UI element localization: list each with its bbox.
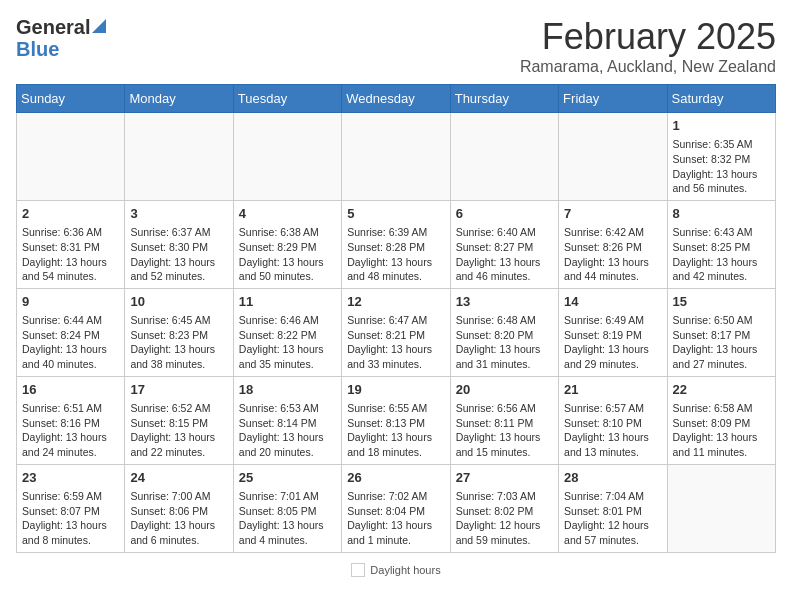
calendar-cell: 13Sunrise: 6:48 AM Sunset: 8:20 PM Dayli…	[450, 288, 558, 376]
day-number: 19	[347, 381, 444, 399]
day-number: 2	[22, 205, 119, 223]
calendar-cell: 5Sunrise: 6:39 AM Sunset: 8:28 PM Daylig…	[342, 200, 450, 288]
calendar-cell: 14Sunrise: 6:49 AM Sunset: 8:19 PM Dayli…	[559, 288, 667, 376]
day-number: 11	[239, 293, 336, 311]
day-number: 10	[130, 293, 227, 311]
day-number: 21	[564, 381, 661, 399]
day-info: Sunrise: 6:43 AM Sunset: 8:25 PM Dayligh…	[673, 225, 770, 284]
day-info: Sunrise: 6:39 AM Sunset: 8:28 PM Dayligh…	[347, 225, 444, 284]
day-info: Sunrise: 6:48 AM Sunset: 8:20 PM Dayligh…	[456, 313, 553, 372]
day-info: Sunrise: 6:35 AM Sunset: 8:32 PM Dayligh…	[673, 137, 770, 196]
day-info: Sunrise: 7:02 AM Sunset: 8:04 PM Dayligh…	[347, 489, 444, 548]
calendar-cell: 21Sunrise: 6:57 AM Sunset: 8:10 PM Dayli…	[559, 376, 667, 464]
day-number: 1	[673, 117, 770, 135]
day-number: 28	[564, 469, 661, 487]
day-number: 26	[347, 469, 444, 487]
day-info: Sunrise: 7:00 AM Sunset: 8:06 PM Dayligh…	[130, 489, 227, 548]
day-info: Sunrise: 6:56 AM Sunset: 8:11 PM Dayligh…	[456, 401, 553, 460]
day-info: Sunrise: 6:50 AM Sunset: 8:17 PM Dayligh…	[673, 313, 770, 372]
day-number: 16	[22, 381, 119, 399]
calendar-cell	[125, 113, 233, 201]
daylight-legend: Daylight hours	[351, 563, 440, 577]
day-info: Sunrise: 6:55 AM Sunset: 8:13 PM Dayligh…	[347, 401, 444, 460]
calendar-cell: 24Sunrise: 7:00 AM Sunset: 8:06 PM Dayli…	[125, 464, 233, 552]
day-info: Sunrise: 6:38 AM Sunset: 8:29 PM Dayligh…	[239, 225, 336, 284]
calendar-cell: 10Sunrise: 6:45 AM Sunset: 8:23 PM Dayli…	[125, 288, 233, 376]
day-number: 4	[239, 205, 336, 223]
day-number: 27	[456, 469, 553, 487]
day-number: 15	[673, 293, 770, 311]
footer: Daylight hours	[16, 563, 776, 577]
day-info: Sunrise: 6:37 AM Sunset: 8:30 PM Dayligh…	[130, 225, 227, 284]
calendar-cell: 4Sunrise: 6:38 AM Sunset: 8:29 PM Daylig…	[233, 200, 341, 288]
day-info: Sunrise: 7:03 AM Sunset: 8:02 PM Dayligh…	[456, 489, 553, 548]
calendar-cell: 12Sunrise: 6:47 AM Sunset: 8:21 PM Dayli…	[342, 288, 450, 376]
day-number: 9	[22, 293, 119, 311]
daylight-label: Daylight hours	[370, 564, 440, 576]
day-number: 3	[130, 205, 227, 223]
day-info: Sunrise: 7:01 AM Sunset: 8:05 PM Dayligh…	[239, 489, 336, 548]
day-info: Sunrise: 6:49 AM Sunset: 8:19 PM Dayligh…	[564, 313, 661, 372]
day-info: Sunrise: 6:36 AM Sunset: 8:31 PM Dayligh…	[22, 225, 119, 284]
day-number: 22	[673, 381, 770, 399]
calendar-cell	[17, 113, 125, 201]
calendar-cell	[342, 113, 450, 201]
calendar-cell: 3Sunrise: 6:37 AM Sunset: 8:30 PM Daylig…	[125, 200, 233, 288]
day-info: Sunrise: 6:59 AM Sunset: 8:07 PM Dayligh…	[22, 489, 119, 548]
day-number: 14	[564, 293, 661, 311]
column-header-sunday: Sunday	[17, 85, 125, 113]
calendar-cell: 22Sunrise: 6:58 AM Sunset: 8:09 PM Dayli…	[667, 376, 775, 464]
calendar-cell	[450, 113, 558, 201]
day-number: 5	[347, 205, 444, 223]
day-number: 20	[456, 381, 553, 399]
calendar-cell: 17Sunrise: 6:52 AM Sunset: 8:15 PM Dayli…	[125, 376, 233, 464]
calendar-cell: 28Sunrise: 7:04 AM Sunset: 8:01 PM Dayli…	[559, 464, 667, 552]
column-header-saturday: Saturday	[667, 85, 775, 113]
day-info: Sunrise: 6:47 AM Sunset: 8:21 PM Dayligh…	[347, 313, 444, 372]
calendar-cell: 8Sunrise: 6:43 AM Sunset: 8:25 PM Daylig…	[667, 200, 775, 288]
day-info: Sunrise: 6:42 AM Sunset: 8:26 PM Dayligh…	[564, 225, 661, 284]
column-header-monday: Monday	[125, 85, 233, 113]
day-info: Sunrise: 6:44 AM Sunset: 8:24 PM Dayligh…	[22, 313, 119, 372]
day-info: Sunrise: 6:45 AM Sunset: 8:23 PM Dayligh…	[130, 313, 227, 372]
calendar-cell: 7Sunrise: 6:42 AM Sunset: 8:26 PM Daylig…	[559, 200, 667, 288]
column-header-wednesday: Wednesday	[342, 85, 450, 113]
calendar-cell: 2Sunrise: 6:36 AM Sunset: 8:31 PM Daylig…	[17, 200, 125, 288]
calendar-cell: 15Sunrise: 6:50 AM Sunset: 8:17 PM Dayli…	[667, 288, 775, 376]
calendar: SundayMondayTuesdayWednesdayThursdayFrid…	[16, 84, 776, 553]
logo: General Blue	[16, 16, 106, 59]
calendar-cell: 20Sunrise: 6:56 AM Sunset: 8:11 PM Dayli…	[450, 376, 558, 464]
day-number: 17	[130, 381, 227, 399]
day-number: 18	[239, 381, 336, 399]
daylight-legend-box	[351, 563, 365, 577]
month-title: February 2025	[520, 16, 776, 58]
calendar-cell: 26Sunrise: 7:02 AM Sunset: 8:04 PM Dayli…	[342, 464, 450, 552]
calendar-cell: 1Sunrise: 6:35 AM Sunset: 8:32 PM Daylig…	[667, 113, 775, 201]
column-header-thursday: Thursday	[450, 85, 558, 113]
day-number: 8	[673, 205, 770, 223]
calendar-cell	[559, 113, 667, 201]
logo-arrow	[92, 19, 106, 37]
day-number: 25	[239, 469, 336, 487]
day-info: Sunrise: 6:53 AM Sunset: 8:14 PM Dayligh…	[239, 401, 336, 460]
calendar-cell: 27Sunrise: 7:03 AM Sunset: 8:02 PM Dayli…	[450, 464, 558, 552]
day-number: 12	[347, 293, 444, 311]
title-area: February 2025 Ramarama, Auckland, New Ze…	[520, 16, 776, 76]
logo-blue: Blue	[16, 39, 59, 59]
header: General Blue February 2025 Ramarama, Auc…	[16, 16, 776, 76]
day-number: 23	[22, 469, 119, 487]
day-number: 13	[456, 293, 553, 311]
day-number: 7	[564, 205, 661, 223]
day-number: 24	[130, 469, 227, 487]
column-header-friday: Friday	[559, 85, 667, 113]
location-title: Ramarama, Auckland, New Zealand	[520, 58, 776, 76]
day-info: Sunrise: 7:04 AM Sunset: 8:01 PM Dayligh…	[564, 489, 661, 548]
day-info: Sunrise: 6:51 AM Sunset: 8:16 PM Dayligh…	[22, 401, 119, 460]
calendar-cell: 16Sunrise: 6:51 AM Sunset: 8:16 PM Dayli…	[17, 376, 125, 464]
calendar-cell: 25Sunrise: 7:01 AM Sunset: 8:05 PM Dayli…	[233, 464, 341, 552]
day-info: Sunrise: 6:58 AM Sunset: 8:09 PM Dayligh…	[673, 401, 770, 460]
column-header-tuesday: Tuesday	[233, 85, 341, 113]
day-info: Sunrise: 6:40 AM Sunset: 8:27 PM Dayligh…	[456, 225, 553, 284]
calendar-cell	[667, 464, 775, 552]
day-info: Sunrise: 6:52 AM Sunset: 8:15 PM Dayligh…	[130, 401, 227, 460]
